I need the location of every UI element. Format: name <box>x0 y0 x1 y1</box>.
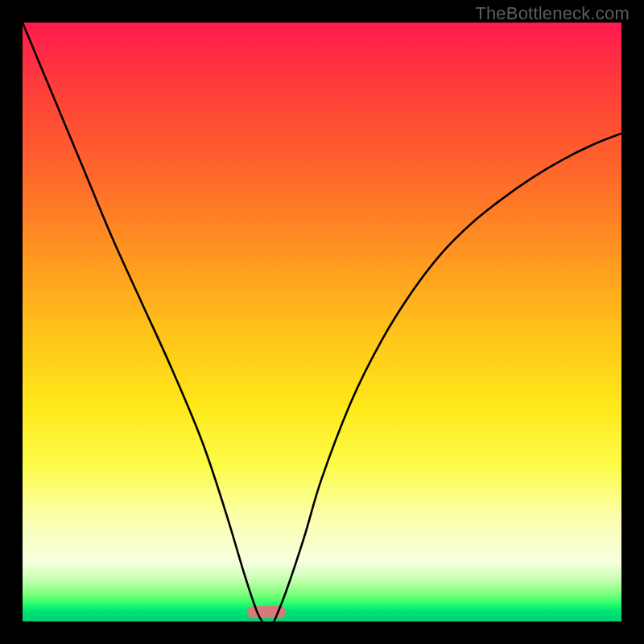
plot-area <box>23 23 621 621</box>
left-curve <box>23 23 262 621</box>
watermark-text: TheBottleneck.com <box>475 3 630 24</box>
chart-frame: TheBottleneck.com <box>0 0 644 644</box>
right-curve <box>274 134 621 621</box>
curve-layer <box>23 23 621 621</box>
